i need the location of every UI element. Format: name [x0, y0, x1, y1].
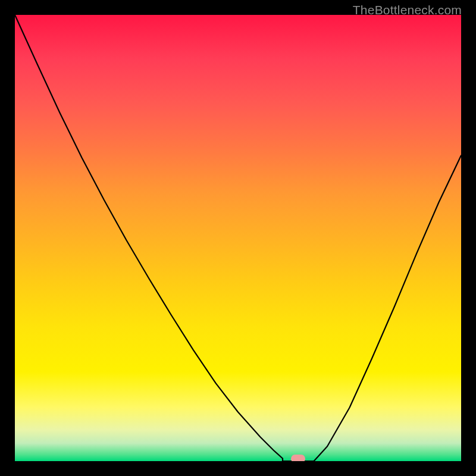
chart-frame: TheBottleneck.com [0, 0, 476, 476]
watermark-text: TheBottleneck.com [353, 3, 462, 17]
plot-area [15, 15, 461, 461]
bottleneck-curve [15, 15, 461, 461]
optimal-marker [291, 455, 305, 461]
